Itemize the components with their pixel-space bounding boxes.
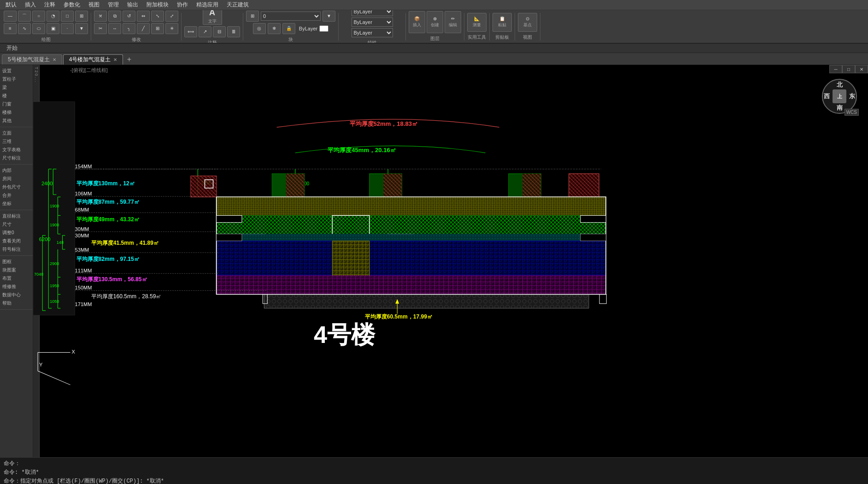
toolbar-polyline-btn[interactable]: ⌒ [18,11,31,22]
sb-door-window[interactable]: 门窗 [1,100,32,108]
sb-block-pattern[interactable]: 块图案 [1,266,32,274]
sb-layout[interactable]: 布置 [1,274,32,283]
sb-column[interactable]: 置柱子 [1,75,32,83]
sb-merge[interactable]: 合并 [1,191,32,200]
btn-mtext[interactable]: ≣ [227,26,240,37]
toolbar-mline-btn[interactable]: ≡ [4,23,17,34]
menu-featured[interactable]: 精选应用 [193,0,222,10]
btn-explode[interactable]: ✳ [165,23,178,34]
sidebar-section-1: 设置 置柱子 梁 楼 门窗 楼梯 其他 [0,65,33,127]
linetype-select[interactable]: ByLayer [352,18,393,27]
sb-adjust[interactable]: 调整0 [1,229,32,237]
sb-data-center[interactable]: 数据中心 [1,291,32,299]
btn-minimize[interactable]: ─ [829,65,842,73]
canvas-area[interactable]: T20... -[俯视][二维线框] 北 南 东 西 上 WCS [33,65,868,457]
sb-room[interactable]: 房间 [1,175,32,183]
btn-rotate[interactable]: ↺ [123,11,135,22]
toolbar-hatch-btn[interactable]: ⊞ [75,11,88,22]
toolbar-spline-btn[interactable]: ∿ [18,23,31,34]
toolbar-ellipse-btn[interactable]: ⬭ [32,23,45,34]
sb-check-close[interactable]: 查看关闭 [1,237,32,245]
sb-stair[interactable]: 楼梯 [1,108,32,117]
btn-trim[interactable]: ✂ [94,23,107,34]
btn-close[interactable]: ✕ [855,65,868,73]
btn-create-block[interactable]: ⊕ 创建 [427,11,443,33]
toolbar-arc-btn[interactable]: ◔ [47,11,59,22]
sb-3d[interactable]: 三维 [1,137,32,146]
sb-text-table[interactable]: 文字表格 [1,146,32,154]
menu-annotate[interactable]: 注释 [41,0,59,10]
sb-coord[interactable]: 坐标 [1,200,32,208]
toolbar-region-btn[interactable]: ▣ [47,23,59,34]
tab-4hao[interactable]: 4号楼加气混凝土 ✕ [63,54,123,65]
btn-array[interactable]: ⊞ [151,23,164,34]
btn-stretch[interactable]: ⤢ [165,11,178,22]
toolbar-rect-btn[interactable]: □ [61,11,74,22]
sb-repair[interactable]: 维修推 [1,283,32,291]
btn-edit-block[interactable]: ✏ 编辑 [445,11,461,33]
sb-outer-dim[interactable]: 外包尺寸 [1,183,32,191]
menu-insert[interactable]: 插入 [21,0,40,10]
btn-mirror[interactable]: ⇔ [137,11,150,22]
menu-view[interactable]: 视图 [85,0,103,10]
tab-5hao[interactable]: 5号楼加气混凝土 ✕ [2,54,62,65]
toolbar-props-group: ByLayer ByLayer ByLayer 特性 [341,13,406,41]
svg-text:平均厚度87mm，59.77㎡: 平均厚度87mm，59.77㎡ [76,199,140,205]
menu-parametric[interactable]: 参数化 [60,0,84,10]
btn-layer-lock[interactable]: 🔒 [282,23,295,34]
btn-leader[interactable]: ↗ [199,26,211,37]
btn-maximize[interactable]: □ [842,65,855,73]
sidebar-section-3: 内部 房间 外包尺寸 合并 坐标 [0,165,33,210]
menu-output[interactable]: 输出 [123,0,142,10]
btn-paste[interactable]: 📋 粘贴 [493,13,512,32]
btn-layer-props[interactable]: ⊞ [246,11,259,22]
tab-5hao-close[interactable]: ✕ [53,57,56,62]
toolbar-point-btn[interactable]: · [61,23,74,34]
sb-interior[interactable]: 内部 [1,166,32,175]
btn-layer-more[interactable]: ▼ [323,11,335,22]
svg-rect-61 [217,276,606,294]
toolbar-draw-more[interactable]: ▼ [75,23,88,34]
sb-dim[interactable]: 尺寸标注 [1,154,32,162]
layer-select[interactable]: 0 ByLayer [261,12,321,21]
color-select[interactable]: ByLayer [352,10,393,16]
tab-4hao-close[interactable]: ✕ [113,57,117,62]
sb-beam[interactable]: 梁 [1,83,32,92]
btn-fillet[interactable]: ╮ [123,23,135,34]
btn-chamfer[interactable]: ╱ [137,23,150,34]
btn-table[interactable]: ⊟ [213,26,226,37]
sb-help[interactable]: 帮助 [1,299,32,307]
tab-add-btn[interactable]: + [124,54,134,65]
sb-size[interactable]: 尺寸 [1,220,32,229]
menu-collab[interactable]: 协作 [173,0,192,10]
toolbar-line-btn[interactable]: ― [4,11,17,22]
btn-dim[interactable]: ⟺ [184,26,197,37]
btn-layer-freeze[interactable]: ❄ [268,23,281,34]
menu-tjj[interactable]: 天正建筑 [223,0,252,10]
menu-default[interactable]: 默认 [2,0,20,10]
toolbar-circle-btn[interactable]: ○ [32,11,45,22]
btn-extend[interactable]: ↔ [108,23,121,34]
toolbar-block-group: 📦 插入 ⊕ 创建 ✏ 编辑 图层 [409,13,464,41]
sb-symbol[interactable]: 符号标注 [1,245,32,254]
sb-floor[interactable]: 楼 [1,92,32,100]
btn-copy[interactable]: ⧉ [108,11,121,22]
btn-insert-block[interactable]: 📦 插入 [409,11,425,33]
btn-measure[interactable]: 📐 测量 [467,13,487,32]
btn-layer-iso[interactable]: ◎ [253,23,266,34]
sb-other[interactable]: 其他 [1,117,32,125]
menu-manage[interactable]: 管理 [104,0,123,10]
btn-layer-color[interactable] [319,25,328,32]
menu-addons[interactable]: 附加模块 [143,0,172,10]
sb-elevation[interactable]: 立面 [1,129,32,137]
sb-frame[interactable]: 图框 [1,258,32,266]
btn-basepoint[interactable]: ⊙ 基点 [518,13,537,32]
sb-settings[interactable]: 设置 [1,67,32,75]
btn-move[interactable]: ⤧ [94,11,107,22]
sb-diam-dim[interactable]: 直径标注 [1,212,32,220]
btn-scale[interactable]: ⤡ [151,11,164,22]
btn-text[interactable]: A 文字 [203,10,222,25]
start-label[interactable]: 开始 [4,44,20,52]
toolbar-modify-group: ⤧ ⧉ ↺ ⇔ ⤡ ⤢ ✂ ↔ ╮ ╱ ⊞ ✳ 修改 [94,13,182,41]
lineweight-select[interactable]: ByLayer [352,28,393,37]
